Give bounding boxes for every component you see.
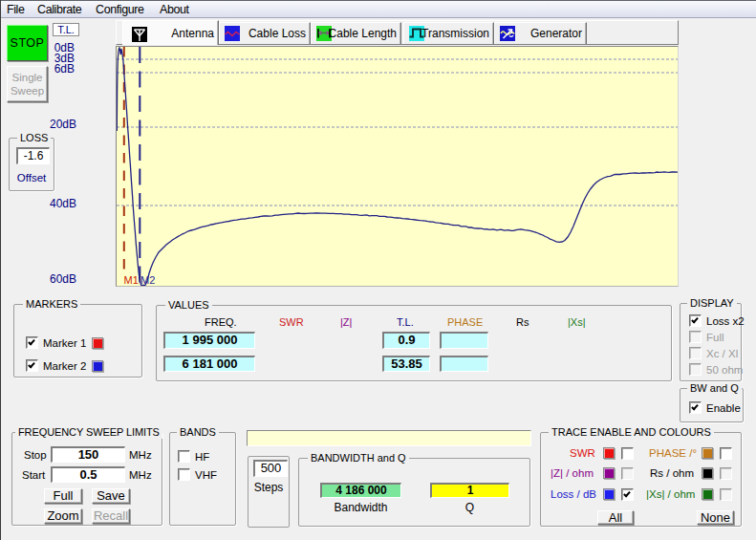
svg-text:M1: M1: [124, 274, 139, 286]
svg-text:M2: M2: [140, 274, 155, 286]
